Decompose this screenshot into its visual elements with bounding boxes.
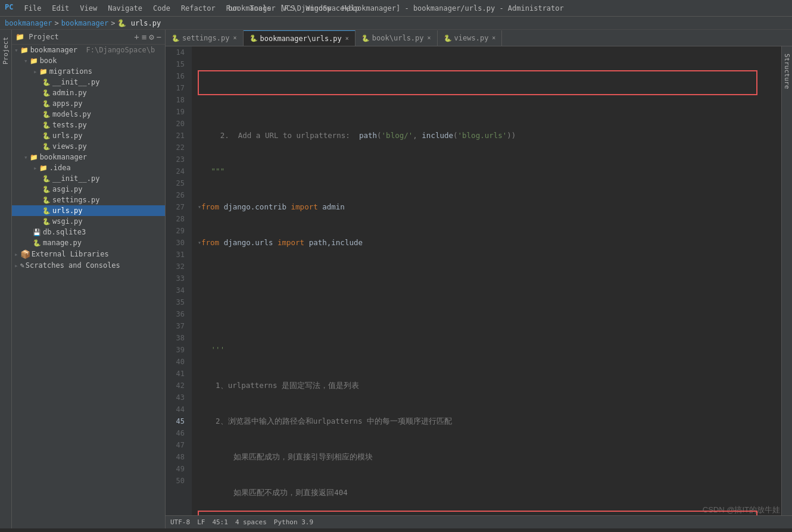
tree-item-root[interactable]: ▾ 📁 bookmanager F:\DjangoSpace\b [12, 45, 165, 55]
tab-close-book-urls[interactable]: × [428, 35, 431, 41]
tree-item-settings[interactable]: 🐍 settings.py [12, 195, 165, 205]
tree-icon-settings[interactable]: ⚙ [149, 32, 154, 42]
tab-close-bm-urls[interactable]: × [345, 36, 349, 42]
menu-code[interactable]: Code [148, 3, 175, 14]
tree-item-migrations[interactable]: ▸ 📁 migrations [12, 66, 165, 77]
status-position: 45:1 [212, 518, 228, 526]
breadcrumb-bookmanager[interactable]: bookmanager [5, 19, 52, 27]
tree-item-book-views[interactable]: 🐍 views.py [12, 141, 165, 152]
tree-item-book-init[interactable]: 🐍 __init__.py [12, 77, 165, 87]
code-view[interactable]: 14 15 16 17 18 19 20 21 22 23 24 25 26 2… [166, 46, 792, 515]
title-bar: PC File Edit View Navigate Code Refactor… [0, 0, 792, 17]
tree-icon-collapse[interactable]: ≡ [142, 32, 146, 42]
status-line-sep: LF [197, 518, 205, 526]
breadcrumb-urls[interactable]: 🐍 urls.py [117, 19, 161, 27]
code-line-18 [198, 273, 781, 284]
code-line-19 [198, 308, 781, 320]
tree-item-scratches[interactable]: ▸ ✎ Scratches and Consoles [12, 260, 165, 271]
tree-item-bookmanager[interactable]: ▾ 📁 bookmanager [12, 152, 165, 162]
tree-item-manage[interactable]: 🐍 manage.py [12, 237, 165, 248]
tree-header: 📁 Project + ≡ ⚙ − [12, 30, 165, 45]
tree-item-db[interactable]: 💾 db.sqlite3 [12, 227, 165, 237]
right-structure-bar: Structure [781, 46, 792, 515]
tree-item-apps[interactable]: 🐍 apps.py [12, 98, 165, 109]
code-line-20: ''' [198, 344, 781, 356]
tab-settings[interactable]: 🐍 settings.py × [166, 30, 244, 46]
tree-item-book-urls[interactable]: 🐍 urls.py [12, 130, 165, 141]
tree-item-urls-selected[interactable]: 🐍 urls.py [12, 205, 165, 216]
status-encoding: UTF-8 [170, 518, 190, 526]
tree-item-external-libs[interactable]: ▸ 📦 External Libraries [12, 248, 165, 260]
tree-item-asgi[interactable]: 🐍 asgi.py [12, 184, 165, 195]
app-icon: PC [5, 3, 13, 14]
tab-views[interactable]: 🐍 views.py × [438, 30, 503, 46]
code-line-17: ▾from django.urls import path,include [198, 237, 781, 249]
code-line-15: """ [198, 165, 781, 177]
tree-item-init[interactable]: 🐍 __init__.py [12, 173, 165, 184]
tree-item-book[interactable]: ▾ 📁 book [12, 55, 165, 66]
status-indent: 4 spaces [235, 518, 267, 526]
breadcrumb-bookmanager2[interactable]: bookmanager [61, 19, 108, 27]
tab-close-settings[interactable]: × [233, 35, 236, 41]
menu-refactor[interactable]: Refactor [176, 3, 220, 14]
structure-tab[interactable]: Structure [782, 49, 792, 94]
tree-item-wsgi[interactable]: 🐍 wsgi.py [12, 216, 165, 227]
tab-book-urls[interactable]: 🐍 book\urls.py × [356, 30, 438, 46]
window-title: bookmanager [F:\DjangoSpace\bookmanager]… [228, 4, 564, 12]
code-line-14: 2. Add a URL to urlpatterns: path('blog/… [198, 130, 781, 142]
code-line-21: 1、urlpatterns 是固定写法，值是列表 [198, 380, 781, 392]
tree-item-models[interactable]: 🐍 models.py [12, 109, 165, 120]
menu-edit[interactable]: Edit [47, 3, 74, 14]
status-python: Python 3.9 [274, 518, 313, 526]
project-tab[interactable]: Project [1, 32, 11, 69]
code-line-23: 如果匹配成功，则直接引导到相应的模块 [198, 451, 781, 463]
line-numbers: 14 15 16 17 18 19 20 21 22 23 24 25 26 2… [166, 46, 192, 515]
breadcrumb-bar: bookmanager > bookmanager > 🐍 urls.py [0, 17, 792, 30]
file-tree: 📁 Project + ≡ ⚙ − ▾ 📁 bookmanager F:\Dja… [12, 30, 166, 528]
tab-close-views[interactable]: × [492, 35, 495, 41]
menu-view[interactable]: View [75, 3, 102, 14]
editor-area: 🐍 settings.py × 🐍 bookmanager\urls.py × … [166, 30, 792, 528]
tab-bar: 🐍 settings.py × 🐍 bookmanager\urls.py × … [166, 30, 792, 46]
tree-icon-minimize[interactable]: − [157, 32, 161, 42]
tab-bookmanager-urls[interactable]: 🐍 bookmanager\urls.py × [244, 30, 356, 46]
status-bar: UTF-8 LF 45:1 4 spaces Python 3.9 [166, 515, 792, 528]
menu-navigate[interactable]: Navigate [103, 3, 147, 14]
code-content[interactable]: 2. Add a URL to urlpatterns: path('blog/… [192, 46, 781, 515]
tree-item-admin[interactable]: 🐍 admin.py [12, 87, 165, 98]
tree-item-tests[interactable]: 🐍 tests.py [12, 120, 165, 130]
code-line-16: ▾from django.contrib import admin [198, 201, 781, 213]
code-line-22: 2、浏览器中输入的路径会和urlpatterns 中的每一项顺序进行匹配 [198, 415, 781, 427]
menu-file[interactable]: File [19, 3, 46, 14]
code-line-24: 如果匹配不成功，则直接返回404 [198, 487, 781, 499]
tree-title: 📁 Project [15, 33, 130, 41]
sidebar-vertical-bar: Project [0, 30, 12, 528]
tree-icon-add[interactable]: + [134, 32, 139, 42]
tree-item-idea[interactable]: ▸ 📁 .idea [12, 162, 165, 173]
